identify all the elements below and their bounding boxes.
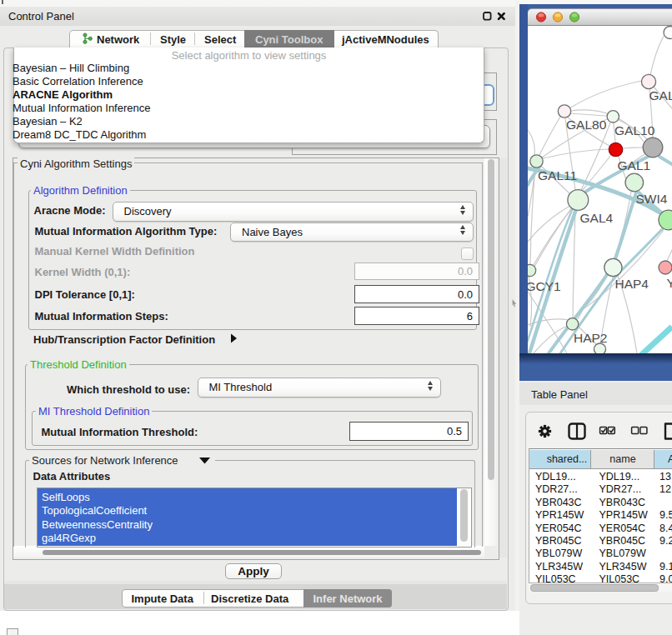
svg-text:GAL80: GAL80: [566, 118, 607, 132]
svg-text:SWI4: SWI4: [636, 192, 668, 206]
svg-text:GAL10: GAL10: [614, 123, 655, 138]
svg-text:GAL11: GAL11: [538, 168, 577, 182]
svg-text:HAP4: HAP4: [615, 277, 649, 291]
svg-text:Y: Y: [667, 276, 672, 290]
svg-text:GAL2: GAL2: [649, 88, 672, 102]
svg-text:GAL4: GAL4: [580, 211, 614, 225]
svg-text:GAL1: GAL1: [618, 158, 651, 172]
svg-text:HAP2: HAP2: [574, 331, 608, 345]
svg-text:GCY1: GCY1: [528, 279, 561, 293]
